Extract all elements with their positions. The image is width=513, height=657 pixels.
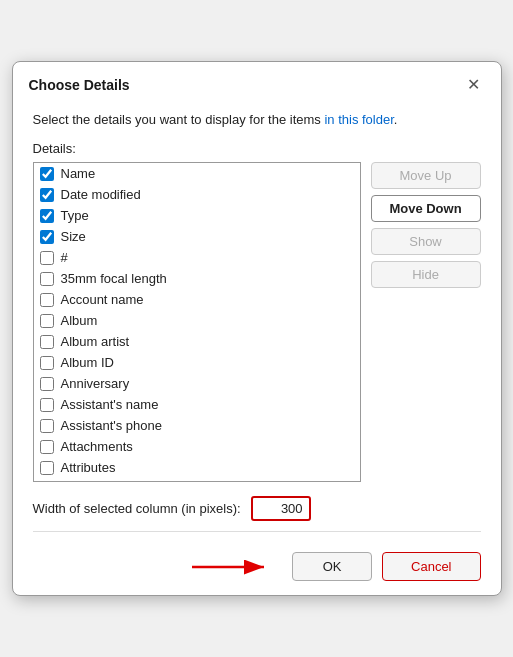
cancel-button[interactable]: Cancel: [382, 552, 480, 581]
dialog-body: Select the details you want to display f…: [13, 106, 501, 543]
list-item[interactable]: Name: [34, 163, 360, 184]
checkbox-label-type: Type: [61, 208, 89, 223]
list-item[interactable]: Assistant's name: [34, 394, 360, 415]
checkbox-label-anniversary: Anniversary: [61, 376, 130, 391]
list-item[interactable]: Attachments: [34, 436, 360, 457]
list-item[interactable]: Album artist: [34, 331, 360, 352]
checkbox-attachments[interactable]: [40, 440, 54, 454]
checkbox-label-album: Album: [61, 313, 98, 328]
checkbox-type[interactable]: [40, 209, 54, 223]
checkbox-label-assistant_name: Assistant's name: [61, 397, 159, 412]
dialog-title: Choose Details: [29, 77, 130, 93]
width-input[interactable]: [251, 496, 311, 521]
list-item[interactable]: Assistant's phone: [34, 415, 360, 436]
width-label: Width of selected column (in pixels):: [33, 501, 241, 516]
checkbox-name[interactable]: [40, 167, 54, 181]
arrow-icon: [192, 555, 272, 579]
checkbox-anniversary[interactable]: [40, 377, 54, 391]
checkbox-label-attachments: Attachments: [61, 439, 133, 454]
move-up-button[interactable]: Move Up: [371, 162, 481, 189]
checkbox-hash[interactable]: [40, 251, 54, 265]
checkbox-album_id[interactable]: [40, 356, 54, 370]
checkbox-label-attributes: Attributes: [61, 460, 116, 475]
show-button[interactable]: Show: [371, 228, 481, 255]
list-item[interactable]: Size: [34, 226, 360, 247]
description-link: in this folder: [324, 112, 393, 127]
checkbox-label-size: Size: [61, 229, 86, 244]
checkbox-label-hash: #: [61, 250, 68, 265]
hide-button[interactable]: Hide: [371, 261, 481, 288]
checkbox-date_modified[interactable]: [40, 188, 54, 202]
list-item[interactable]: Account name: [34, 289, 360, 310]
footer: OK Cancel: [13, 542, 501, 595]
checkbox-account_name[interactable]: [40, 293, 54, 307]
details-list[interactable]: NameDate modifiedTypeSize#35mm focal len…: [33, 162, 361, 482]
checkbox-assistant_name[interactable]: [40, 398, 54, 412]
checkbox-album[interactable]: [40, 314, 54, 328]
ok-button[interactable]: OK: [292, 552, 372, 581]
checkbox-assistant_phone[interactable]: [40, 419, 54, 433]
list-item[interactable]: Date modified: [34, 184, 360, 205]
list-item[interactable]: Attributes: [34, 457, 360, 478]
description-text: Select the details you want to display f…: [33, 110, 481, 130]
title-bar: Choose Details ✕: [13, 62, 501, 106]
checkbox-label-album_artist: Album artist: [61, 334, 130, 349]
checkbox-size[interactable]: [40, 230, 54, 244]
details-label: Details:: [33, 141, 481, 156]
checkbox-label-assistant_phone: Assistant's phone: [61, 418, 163, 433]
checkbox-album_artist[interactable]: [40, 335, 54, 349]
list-item[interactable]: Anniversary: [34, 373, 360, 394]
list-item[interactable]: Album ID: [34, 352, 360, 373]
checkbox-label-focal_length: 35mm focal length: [61, 271, 167, 286]
checkbox-label-date_modified: Date modified: [61, 187, 141, 202]
list-item[interactable]: #: [34, 247, 360, 268]
width-row: Width of selected column (in pixels):: [33, 496, 481, 532]
list-item[interactable]: 35mm focal length: [34, 268, 360, 289]
list-item[interactable]: Type: [34, 205, 360, 226]
checkbox-focal_length[interactable]: [40, 272, 54, 286]
choose-details-dialog: Choose Details ✕ Select the details you …: [12, 61, 502, 597]
side-buttons: Move Up Move Down Show Hide: [371, 162, 481, 288]
close-button[interactable]: ✕: [463, 74, 485, 96]
arrow-area: [33, 555, 283, 579]
checkbox-label-account_name: Account name: [61, 292, 144, 307]
checkbox-label-album_id: Album ID: [61, 355, 114, 370]
move-down-button[interactable]: Move Down: [371, 195, 481, 222]
checkbox-attributes[interactable]: [40, 461, 54, 475]
checkbox-label-name: Name: [61, 166, 96, 181]
list-item[interactable]: Album: [34, 310, 360, 331]
main-area: NameDate modifiedTypeSize#35mm focal len…: [33, 162, 481, 482]
